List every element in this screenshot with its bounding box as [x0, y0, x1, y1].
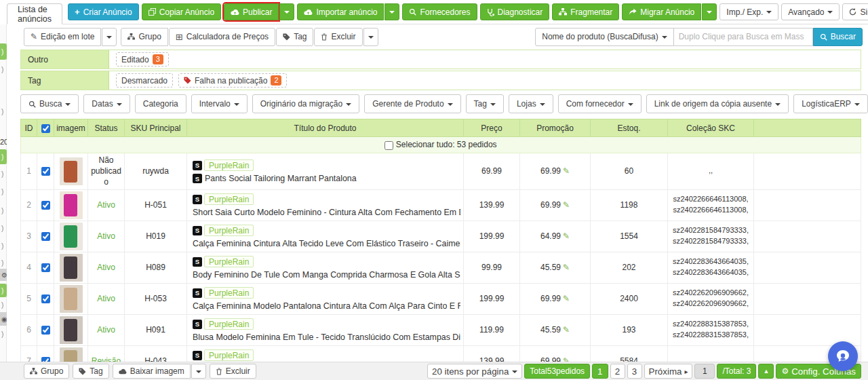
batch-edit-dropdown-button[interactable] [102, 28, 117, 46]
filter-button-origin-rio-da-migra-o[interactable]: Originário da migração [252, 94, 359, 113]
page-number-input[interactable] [694, 364, 715, 379]
create-ad-button[interactable]: +Criar Anúncio [68, 3, 139, 20]
chevron-down-icon [775, 103, 781, 106]
product-image[interactable] [60, 316, 83, 344]
product-title[interactable]: Blusa Modelo Feminina Em Tule - Tecido T… [193, 332, 460, 342]
row-checkbox[interactable] [41, 294, 50, 303]
tab-lista-de-anuncios[interactable]: Lista de anúncios [7, 3, 62, 24]
delete-button[interactable]: Excluir [314, 28, 362, 46]
row-empty-cell [754, 252, 861, 283]
filter-button-log-sticaerp[interactable]: LogísticaERP [793, 94, 868, 113]
group-button[interactable]: Grupo [121, 28, 167, 46]
footer-tag-button[interactable]: Tag [73, 364, 108, 379]
edit-price-icon[interactable]: ✎ [563, 263, 570, 272]
filter-button-link-de-origem-da-c-pia-ausente[interactable]: Link de origem da cópia ausente [646, 94, 789, 113]
filter-chip[interactable]: Falha na publicação2 [178, 73, 287, 88]
store-name-chip[interactable]: PurpleRain [204, 349, 254, 361]
price-calculator-button[interactable]: ⊞Calculadora de Preços [169, 28, 275, 46]
arrow-right-icon: ▸ [684, 368, 688, 375]
filter-button-tag[interactable]: Tag [466, 94, 504, 113]
publish-button[interactable]: Publicar [224, 3, 279, 20]
product-image[interactable] [60, 223, 83, 250]
product-image[interactable] [60, 191, 83, 219]
tag-button[interactable]: Tag [276, 28, 313, 46]
search-field-select[interactable]: Nome do produto (BuscaDifusa) [535, 28, 673, 46]
toolbar-buttons: +Criar Anúncio Copiar Anúncio Publicar I… [68, 3, 868, 20]
edit-price-icon[interactable]: ✎ [563, 200, 570, 210]
footer-group-button[interactable]: Grupo [24, 364, 69, 379]
import-export-button[interactable]: Imp./ Exp. [719, 3, 778, 20]
product-title[interactable]: Calça Feminina Cintura Alta Tecido Leve … [193, 239, 460, 248]
advanced-button[interactable]: Avançado [781, 3, 840, 20]
product-title[interactable]: Body Feminino De Tule Com Manga Comprida… [193, 270, 460, 280]
edit-price-icon[interactable]: ✎ [563, 294, 570, 303]
import-ad-button[interactable]: Importar anúncio [297, 3, 384, 20]
search-button[interactable]: Buscar [813, 28, 863, 46]
filter-button-datas[interactable]: Datas [83, 94, 130, 113]
scroll-top-button[interactable]: ▲ [758, 364, 774, 379]
store-name-chip[interactable]: PurpleRain [204, 318, 254, 330]
select-all-checkbox[interactable] [384, 141, 393, 150]
select-all-header-checkbox[interactable] [41, 124, 50, 133]
product-image[interactable] [60, 254, 83, 282]
footer-delete-button[interactable]: Excluir [210, 364, 256, 379]
product-image[interactable] [60, 285, 83, 313]
filter-button-gerente-de-produto[interactable]: Gerente de Produto [364, 94, 460, 113]
row-checkbox[interactable] [41, 232, 50, 241]
publish-dropdown-button[interactable] [279, 3, 294, 20]
filter-buttons-bar: BuscaDatasCategoriaIntervaloOriginário d… [20, 94, 861, 113]
import-dropdown-button[interactable] [384, 3, 399, 20]
download-image-dropdown-button[interactable] [191, 364, 206, 379]
filter-button-categoria[interactable]: Categoria [135, 94, 186, 113]
suppliers-button[interactable]: Fornecedores [402, 3, 477, 20]
store-name-chip[interactable]: PurpleRain [204, 256, 254, 267]
sitemap-icon [559, 8, 567, 16]
product-image[interactable] [60, 157, 83, 185]
search-input[interactable] [674, 28, 813, 46]
row-promo: 69.99 [540, 294, 561, 303]
chevron-down-icon [65, 103, 71, 106]
edit-price-icon[interactable]: ✎ [563, 231, 570, 241]
download-image-button[interactable]: Baixar imagem [113, 364, 191, 379]
product-title[interactable]: Calça Feminina Modelo Pantalona Cintura … [193, 301, 460, 311]
product-title[interactable]: Short Saia Curto Modelo Feminino - Cintu… [193, 208, 460, 217]
filter-button-label: Com fornecedor [566, 99, 625, 109]
select-all-label[interactable]: Selecionar tudo: 53 pedidos [384, 140, 496, 149]
per-page-select[interactable]: 20 itens por página [427, 364, 522, 379]
page-3-button[interactable]: 3 [627, 364, 642, 379]
migrate-dropdown-button[interactable] [702, 3, 717, 20]
batch-edit-button[interactable]: ✎Edição em lote [24, 28, 101, 46]
store-name-chip[interactable]: PurpleRain [204, 159, 254, 171]
status-text: Ativo [97, 293, 115, 304]
page-1-button[interactable]: 1 [592, 364, 608, 379]
row-checkbox[interactable] [41, 263, 50, 272]
row-checkbox[interactable] [41, 201, 50, 210]
filter-button-busca[interactable]: Busca [20, 94, 79, 113]
store-name-chip[interactable]: PurpleRain [204, 287, 254, 299]
row-checkbox[interactable] [41, 326, 50, 335]
delete-dropdown-button[interactable] [363, 28, 378, 46]
filter-button-com-fornecedor[interactable]: Com fornecedor [558, 94, 642, 113]
diagnose-button[interactable]: Diagnosticar [480, 3, 550, 20]
fragment-button[interactable]: Fragmentar [552, 3, 619, 20]
product-title[interactable]: Pants Social Tailoring Marrant Pantalona [205, 174, 357, 183]
row-promo: 45.59 [540, 263, 561, 272]
migrate-ad-button[interactable]: Migrar Anúncio [622, 3, 701, 20]
search-zone: Nome do produto (BuscaDifusa) Buscar [535, 28, 863, 46]
filter-chip[interactable]: Desmarcado [116, 73, 173, 88]
filter-button-intervalo[interactable]: Intervalo [191, 94, 248, 113]
edit-price-icon[interactable]: ✎ [563, 325, 570, 335]
store-name-chip[interactable]: PurpleRain [204, 193, 254, 205]
store-name-chip[interactable]: PurpleRain [204, 225, 254, 236]
chat-widget-button[interactable] [828, 341, 858, 371]
edit-price-icon[interactable]: ✎ [563, 166, 570, 176]
filter-button-lojas[interactable]: Lojas [509, 94, 553, 113]
copy-ad-button[interactable]: Copiar Anúncio [142, 3, 221, 20]
page-2-button[interactable]: 2 [610, 364, 625, 379]
row-checkbox[interactable] [41, 167, 50, 176]
sync-button[interactable]: Sincronizar [842, 3, 868, 20]
skc-line: sz2402266646113008, [671, 205, 751, 216]
filter-chip[interactable]: Editado3 [116, 52, 169, 66]
next-page-button[interactable]: Próxima▸ [644, 364, 693, 379]
garment-shape [64, 256, 77, 279]
